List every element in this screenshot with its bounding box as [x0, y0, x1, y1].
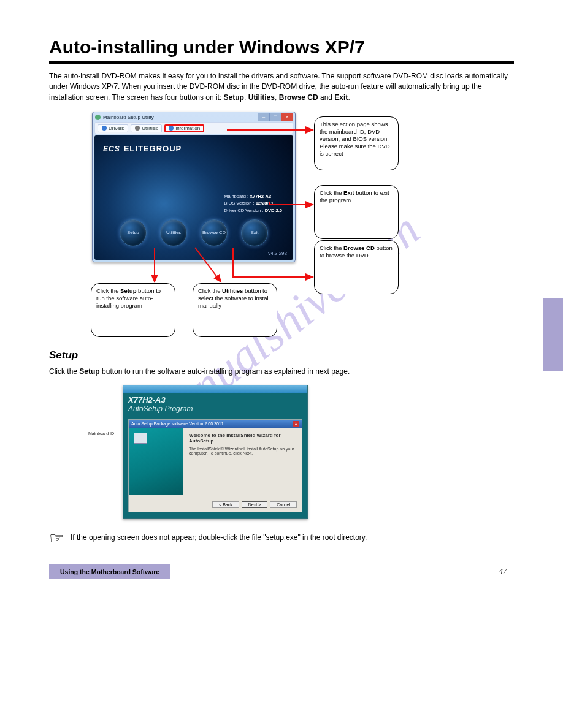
setup-button[interactable]: Setup [120, 219, 147, 246]
page-footer: Using the Motherboard Software 47 [49, 564, 514, 579]
tab-information[interactable]: Information [164, 124, 204, 132]
disc-icon [102, 126, 107, 131]
page-number: 47 [499, 567, 514, 576]
callout-utilities: Click the Utilities button to select the… [193, 283, 277, 337]
note-block: ☞ If the opening screen does not appear;… [49, 530, 514, 547]
utility-stage: ECS ELITEGROUP Mainboard : X77H2-A3 BIOS… [94, 135, 293, 260]
tool-icon [135, 126, 140, 131]
callout-browse: Click the Browse CD button to browse the… [314, 240, 399, 294]
brand-prefix: ECS [103, 145, 120, 153]
intro-paragraph: The auto-install DVD-ROM makes it easy f… [49, 71, 514, 103]
window-titlebar: Mainboard Setup Utility – □ × [93, 112, 295, 122]
wizard-close-icon[interactable]: × [293, 421, 299, 427]
wizard-sidebar [129, 428, 183, 495]
chapter-label: Using the Motherboard Software [49, 564, 170, 579]
version-label: v4.3.293 [268, 251, 287, 256]
callout-exit: Click the Exit button to exit the progra… [314, 185, 399, 239]
app-icon [95, 115, 101, 120]
close-button[interactable]: × [281, 113, 293, 121]
brand: ECS ELITEGROUP [103, 144, 182, 153]
autosetup-program: AutoSetup Program [128, 404, 302, 413]
page: Auto-installing under Windows XP/7 The a… [0, 0, 563, 604]
tab-information-label: Information [175, 126, 200, 131]
setup-heading: Setup [49, 349, 514, 362]
tab-drivers[interactable]: Drivers [98, 124, 128, 132]
circle-button-row: Setup Utilities Browse CD Exit [94, 219, 293, 246]
cancel-button[interactable]: Cancel [270, 501, 297, 508]
setup-utility-window: Mainboard Setup Utility – □ × Drivers Ut… [92, 112, 296, 262]
mainboard-id-label: Mainboard ID [88, 431, 114, 436]
wizard-logo-icon [134, 433, 147, 444]
figure-area: Mainboard Setup Utility – □ × Drivers Ut… [49, 112, 514, 344]
pointing-hand-icon: ☞ [49, 530, 64, 547]
tab-drivers-label: Drivers [109, 126, 124, 131]
window-title: Mainboard Setup Utility [103, 115, 154, 120]
callout-setup: Click the Setup button to run the softwa… [91, 283, 175, 337]
tab-utilities-label: Utilities [142, 126, 158, 131]
system-info: Mainboard : X77H2-A3 BIOS Version : 12/2… [224, 193, 282, 214]
install-wizard: Auto Setup Package software Version 2.00… [128, 419, 302, 512]
exit-button[interactable]: Exit [241, 219, 268, 246]
wizard-body-text: The InstallShield® Wizard will install A… [189, 447, 294, 455]
autosetup-model: X77H2-A3 [128, 395, 302, 404]
tab-utilities[interactable]: Utilities [131, 124, 162, 132]
section-heading: Auto-installing under Windows XP/7 [49, 37, 514, 64]
autosetup-window: X77H2-A3 AutoSetup Program Auto Setup Pa… [123, 385, 308, 519]
note-text: If the opening screen does not appear; d… [71, 533, 367, 543]
setup-text: Click the Setup button to run the softwa… [49, 366, 514, 377]
autosetup-figure: Mainboard ID X77H2-A3 AutoSetup Program … [123, 385, 313, 519]
info-icon [169, 126, 174, 131]
wizard-title: Auto Setup Package software Version 2.00… [131, 422, 224, 426]
callout-information: This selection page shows the mainboard … [314, 116, 399, 170]
minimize-button[interactable]: – [258, 113, 269, 121]
next-button[interactable]: Next > [242, 501, 267, 508]
brand-label: ELITEGROUP [124, 144, 182, 153]
wizard-welcome: Welcome to the InstallShield Wizard for … [189, 433, 296, 444]
tab-toolbar: Drivers Utilities Information [94, 122, 293, 134]
autosetup-titlebar [123, 385, 307, 393]
browse-cd-button[interactable]: Browse CD [201, 219, 228, 246]
maximize-button[interactable]: □ [269, 113, 281, 121]
back-button[interactable]: < Back [212, 501, 239, 508]
utilities-button[interactable]: Utilities [160, 219, 187, 246]
